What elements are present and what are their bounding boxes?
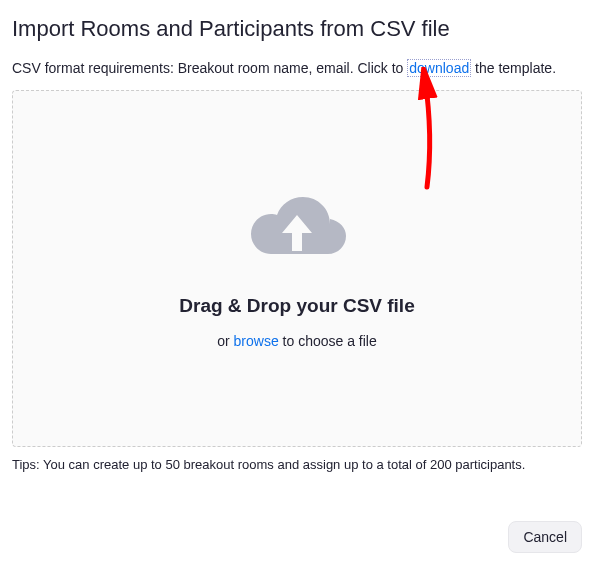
csv-dropzone[interactable]: Drag & Drop your CSV file or browse to c… xyxy=(12,90,582,447)
dropzone-or: or xyxy=(217,333,233,349)
page-title: Import Rooms and Participants from CSV f… xyxy=(12,16,582,42)
cloud-upload-icon xyxy=(242,189,352,273)
format-requirements-text: CSV format requirements: Breakout room n… xyxy=(12,60,582,76)
dropzone-rest: to choose a file xyxy=(279,333,377,349)
browse-link[interactable]: browse xyxy=(234,333,279,349)
cancel-button[interactable]: Cancel xyxy=(508,521,582,553)
dropzone-heading: Drag & Drop your CSV file xyxy=(179,295,414,317)
format-prefix: CSV format requirements: Breakout room n… xyxy=(12,60,407,76)
tips-text: Tips: You can create up to 50 breakout r… xyxy=(12,457,582,472)
dialog-footer: Cancel xyxy=(508,521,582,553)
download-template-link[interactable]: download xyxy=(407,59,471,77)
format-suffix: the template. xyxy=(471,60,556,76)
dropzone-subtext: or browse to choose a file xyxy=(217,333,377,349)
